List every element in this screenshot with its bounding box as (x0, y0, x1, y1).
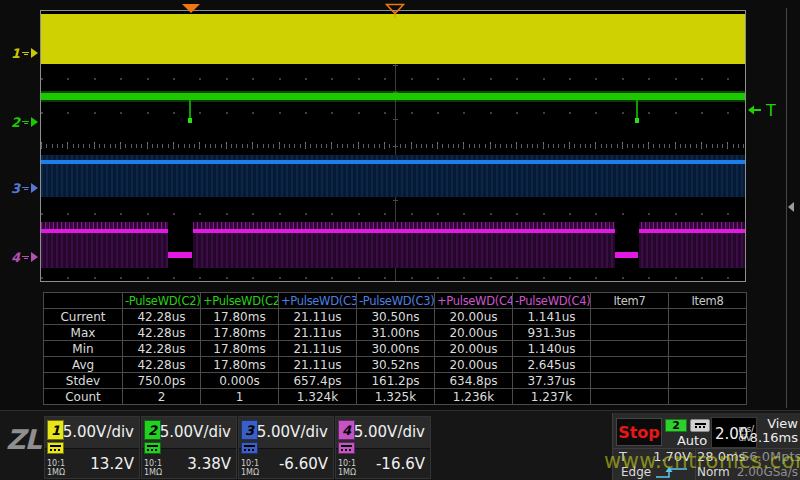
measurement-value: 750.0ps (123, 373, 201, 389)
ch3-settings-block[interactable]: 3 10:11MΩ 5.00V/div -6.60V (238, 416, 334, 479)
measurement-header-row: -PulseWD(C2)+PulseWD(C2)+PulseWD(C3)-Pul… (44, 293, 747, 309)
measurement-value (591, 325, 669, 341)
ground-icon (22, 187, 29, 190)
measurement-value: 21.11us (279, 357, 357, 373)
measurement-value: 37.37us (513, 373, 591, 389)
measurement-column-header: -PulseWD(C4) (513, 293, 591, 309)
ch2-trace-noise-fringe (41, 100, 745, 102)
ch4-probe-info: 10:11MΩ (338, 460, 356, 477)
watermark: www.cntronics.com (604, 449, 800, 473)
ch2-trace (41, 93, 745, 100)
ch4-badge[interactable]: 4 (338, 420, 355, 440)
measurement-table-body: Current42.28us17.80ms21.11us30.50ns20.00… (44, 309, 747, 405)
ch2-settings-block[interactable]: 2 10:11MΩ 5.00V/div 3.38V (141, 416, 237, 479)
measurement-value: 21.11us (279, 325, 357, 341)
measurement-value: 20.00us (435, 325, 513, 341)
ch4-dc-coupling-icon (338, 442, 355, 454)
ch4-low-pulse-gap (615, 221, 639, 269)
ch2-marker-label: 2 (11, 115, 20, 130)
measurement-value (669, 341, 747, 357)
measurement-value: 931.3us (513, 325, 591, 341)
ch2-negative-pulse-tip (635, 118, 639, 123)
horizontal-delay-marker-icon[interactable] (182, 4, 200, 13)
run-state-button[interactable]: Stop (616, 418, 662, 446)
measurement-value: 2 (123, 389, 201, 405)
measurement-value: 21.11us (279, 309, 357, 325)
ch2-dc-coupling-icon (144, 442, 161, 454)
ch3-offset: -6.60V (279, 455, 328, 473)
measurement-value: 42.28us (123, 357, 201, 373)
ch3-dc-coupling-icon (241, 442, 258, 454)
measurement-value: 1.140us (513, 341, 591, 357)
measurement-value: 21.11us (279, 341, 357, 357)
measurement-value: 30.52ns (357, 357, 435, 373)
measurement-value: 1.237k (513, 389, 591, 405)
ch2-level-marker[interactable]: 2 (4, 114, 38, 130)
ch1-badge[interactable]: 1 (47, 420, 64, 440)
view-span-box[interactable]: View 8.16ms (733, 417, 798, 447)
ch3-volts-per-div: 5.00V/div (257, 423, 328, 441)
measurement-value: 2.645us (513, 357, 591, 373)
ch3-level-marker[interactable]: 3 (4, 180, 38, 196)
measurement-value (591, 373, 669, 389)
measurement-value (591, 389, 669, 405)
measurement-value: 20.00us (435, 357, 513, 373)
view-span-value: 8.16ms (750, 430, 798, 445)
measurement-value: 1.236k (435, 389, 513, 405)
ch4-trace (41, 229, 745, 233)
right-panel-border (786, 8, 787, 408)
measurement-value (669, 389, 747, 405)
ch2-negative-pulse-tip (188, 118, 192, 123)
measurement-row-label: Avg (44, 357, 123, 373)
ch4-settings-block[interactable]: 4 10:11MΩ 5.00V/div -16.6V (335, 416, 431, 479)
right-arrow-icon (31, 183, 38, 193)
trigger-coupling-icon[interactable] (690, 419, 710, 432)
measurement-value: 42.28us (123, 309, 201, 325)
measurement-column-header: -PulseWD(C3) (357, 293, 435, 309)
measurement-value: 42.28us (123, 341, 201, 357)
left-arrow-icon (748, 105, 762, 115)
ch4-level-marker[interactable]: 4 (4, 249, 38, 265)
measurement-value: 634.8ps (435, 373, 513, 389)
measurement-column-header: Item7 (591, 293, 669, 309)
graticule-center-axis-minor-ticks (41, 144, 745, 148)
measurement-value: 0.000s (201, 373, 279, 389)
ch1-volts-per-div: 5.00V/div (63, 423, 134, 441)
ch1-dc-coupling-icon (47, 442, 64, 454)
measurement-value (591, 309, 669, 325)
ch1-offset: 13.2V (90, 455, 134, 473)
measurement-value: 657.4ps (279, 373, 357, 389)
ch3-badge[interactable]: 3 (241, 420, 258, 440)
measurement-row-label: Min (44, 341, 123, 357)
measurement-value (669, 357, 747, 373)
measurement-column-header (44, 293, 123, 309)
waveform-grid (40, 10, 746, 282)
measurement-value: 161.2ps (357, 373, 435, 389)
measurement-column-header: +PulseWD(C2) (201, 293, 279, 309)
measurement-value: 31.00ns (357, 325, 435, 341)
ch3-trace (41, 160, 745, 164)
right-arrow-icon (31, 252, 38, 262)
ground-icon (22, 52, 29, 55)
trigger-level-marker[interactable]: T (748, 101, 776, 119)
ch4-low-pulse-gap (168, 221, 193, 269)
measurement-value (669, 325, 747, 341)
side-panel-handle-icon[interactable] (788, 202, 794, 212)
measurement-value: 17.80ms (201, 325, 279, 341)
trigger-position-marker-icon[interactable] (385, 3, 405, 23)
ch3-marker-label: 3 (11, 181, 20, 196)
ch1-level-marker[interactable]: 1 (4, 45, 38, 61)
ch4-trace-noise-fringe (41, 222, 745, 229)
ch1-probe-info: 10:11MΩ (47, 460, 65, 477)
measurement-column-header: -PulseWD(C2) (123, 293, 201, 309)
ch2-volts-per-div: 5.00V/div (160, 423, 231, 441)
measurement-value: 42.28us (123, 325, 201, 341)
measurement-row-label: Current (44, 309, 123, 325)
measurement-value: 1.325k (357, 389, 435, 405)
ch1-settings-block[interactable]: 1 10:11MΩ 5.00V/div 13.2V (44, 416, 140, 479)
ch2-badge[interactable]: 2 (144, 420, 161, 440)
ground-icon (22, 121, 29, 124)
measurement-row: Stdev750.0ps0.000s657.4ps161.2ps634.8ps3… (44, 373, 747, 389)
trigger-source-badge[interactable]: 2 (665, 419, 687, 432)
measurement-row: Current42.28us17.80ms21.11us30.50ns20.00… (44, 309, 747, 325)
